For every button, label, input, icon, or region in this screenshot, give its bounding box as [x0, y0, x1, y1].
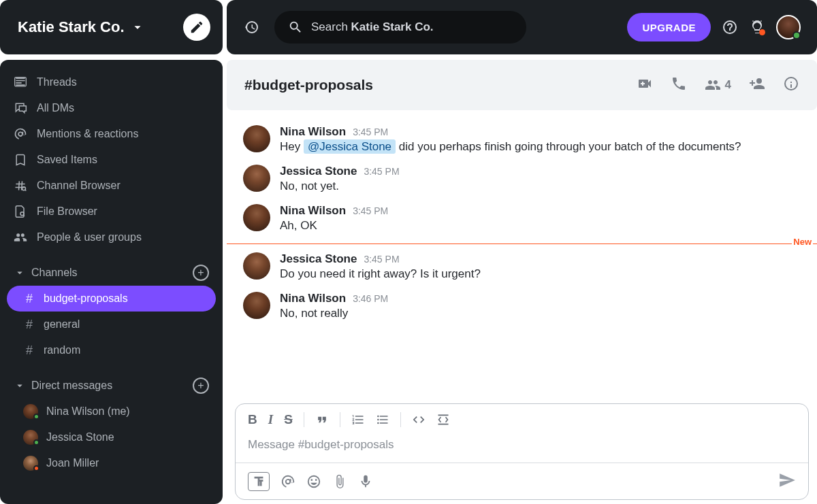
channels-section-header[interactable]: Channels + — [0, 260, 223, 286]
search-placeholder: Search Katie Stark Co. — [311, 20, 434, 34]
nav-label: File Browser — [37, 205, 97, 218]
help-button[interactable] — [722, 19, 738, 35]
dm-label: Direct messages — [31, 380, 112, 392]
code-block-icon[interactable] — [436, 413, 450, 426]
sidebar-nav-people[interactable]: People & user groups — [0, 224, 223, 250]
call-button[interactable] — [671, 75, 687, 95]
quote-icon[interactable] — [315, 413, 329, 426]
video-plus-icon — [637, 75, 653, 92]
message-input[interactable]: Message #budget-proposals — [236, 435, 808, 463]
hash-icon: # — [23, 318, 35, 332]
avatar — [23, 404, 38, 419]
workspace-name: Katie Stark Co. — [18, 18, 125, 36]
mention-icon[interactable] — [281, 474, 295, 489]
strike-button[interactable]: S — [284, 412, 293, 427]
message-author[interactable]: Nina Wilson — [280, 204, 346, 218]
people-icon — [14, 231, 27, 244]
emoji-icon[interactable] — [306, 474, 321, 489]
message-time: 3:45 PM — [353, 205, 388, 216]
code-icon[interactable] — [412, 413, 426, 426]
avatar[interactable] — [243, 252, 270, 280]
message-author[interactable]: Jessica Stone — [280, 252, 357, 266]
upgrade-button[interactable]: UPGRADE — [627, 13, 711, 41]
message-time: 3:45 PM — [353, 127, 388, 137]
microphone-icon[interactable] — [358, 474, 373, 489]
notification-dot — [759, 29, 765, 35]
message-text: No, not really — [280, 307, 801, 320]
message-author[interactable]: Jessica Stone — [280, 165, 357, 178]
people-icon — [705, 77, 721, 93]
avatar[interactable] — [243, 204, 270, 231]
filebrowser-icon — [14, 205, 27, 218]
message-list: Nina Wilson3:45 PMHey @Jessica Stone did… — [227, 110, 817, 403]
message-text: Do you need it right away? Is it urgent? — [280, 267, 801, 281]
nav-label: People & user groups — [37, 231, 142, 243]
send-button[interactable] — [778, 471, 796, 492]
channel-budget-proposals[interactable]: #budget-proposals — [7, 286, 216, 312]
info-button[interactable] — [783, 75, 799, 95]
dm-joan[interactable]: Joan Miller — [0, 450, 223, 476]
info-icon — [783, 75, 799, 92]
dm-section-header[interactable]: Direct messages + — [0, 373, 223, 399]
sidebar-nav-threads[interactable]: Threads — [0, 69, 223, 95]
channel-label: random — [44, 344, 80, 356]
nav-label: All DMs — [37, 102, 74, 114]
sidebar-nav-filebrowser[interactable]: File Browser — [0, 199, 223, 224]
sidebar-nav-dms[interactable]: All DMs — [0, 95, 223, 121]
message-time: 3:45 PM — [364, 254, 399, 265]
nav-label: Mentions & reactions — [37, 128, 138, 140]
avatar[interactable] — [243, 292, 270, 319]
text-format-toggle[interactable] — [248, 472, 270, 491]
message-author[interactable]: Nina Wilson — [280, 125, 346, 139]
hash-icon: # — [23, 292, 35, 306]
compose-button[interactable] — [183, 14, 210, 41]
message-author[interactable]: Nina Wilson — [280, 292, 346, 305]
sidebar-nav-saved[interactable]: Saved Items — [0, 147, 223, 173]
bullet-list-icon[interactable] — [376, 413, 389, 426]
edit-icon — [189, 20, 204, 35]
new-messages-divider: New — [227, 243, 817, 244]
presence-dot — [33, 414, 39, 420]
dm-label: Jessica Stone — [46, 431, 114, 443]
sidebar-nav-chbrowser[interactable]: Channel Browser — [0, 173, 223, 199]
avatar[interactable] — [243, 125, 270, 152]
message-time: 3:45 PM — [364, 166, 399, 177]
ordered-list-icon[interactable] — [351, 413, 365, 426]
add-person-button[interactable] — [749, 75, 765, 95]
italic-button[interactable]: I — [268, 412, 273, 427]
history-button[interactable] — [243, 19, 259, 35]
channel-general[interactable]: #general — [0, 312, 223, 337]
message-text: No, not yet. — [280, 180, 801, 193]
dm-label: Nina Wilson (me) — [46, 405, 130, 418]
nav-label: Threads — [37, 76, 77, 88]
add-channel-button[interactable]: + — [193, 265, 209, 281]
message: Nina Wilson3:45 PMAh, OK — [227, 201, 817, 241]
notifications-button[interactable] — [749, 19, 765, 35]
send-icon — [778, 471, 796, 489]
channel-name[interactable]: #budget-proposals — [244, 77, 373, 93]
mention[interactable]: @Jessica Stone — [304, 139, 396, 154]
chevron-down-icon — [14, 267, 26, 279]
workspace-switcher[interactable]: Katie Stark Co. — [18, 18, 145, 36]
channel-random[interactable]: #random — [0, 337, 223, 363]
message: Jessica Stone3:45 PMNo, not yet. — [227, 162, 817, 201]
dm-nina[interactable]: Nina Wilson (me) — [0, 399, 223, 424]
saved-icon — [14, 153, 27, 167]
presence-dot — [33, 465, 39, 471]
message: Nina Wilson3:45 PMHey @Jessica Stone did… — [227, 122, 817, 162]
nav-label: Channel Browser — [37, 180, 121, 192]
sidebar-nav-mentions[interactable]: Mentions & reactions — [0, 121, 223, 147]
add-dm-button[interactable]: + — [193, 377, 209, 394]
add-video-button[interactable] — [637, 75, 653, 95]
bold-button[interactable]: B — [248, 412, 257, 427]
mentions-icon — [14, 127, 27, 141]
channels-label: Channels — [31, 267, 78, 279]
attachment-icon[interactable] — [332, 474, 347, 489]
user-avatar[interactable] — [776, 15, 801, 39]
members-button[interactable]: 4 — [705, 77, 731, 93]
dm-jess[interactable]: Jessica Stone — [0, 424, 223, 450]
search-input[interactable]: Search Katie Stark Co. — [274, 11, 526, 44]
avatar[interactable] — [243, 165, 270, 192]
dms-icon — [14, 101, 27, 115]
dm-label: Joan Miller — [46, 457, 99, 469]
